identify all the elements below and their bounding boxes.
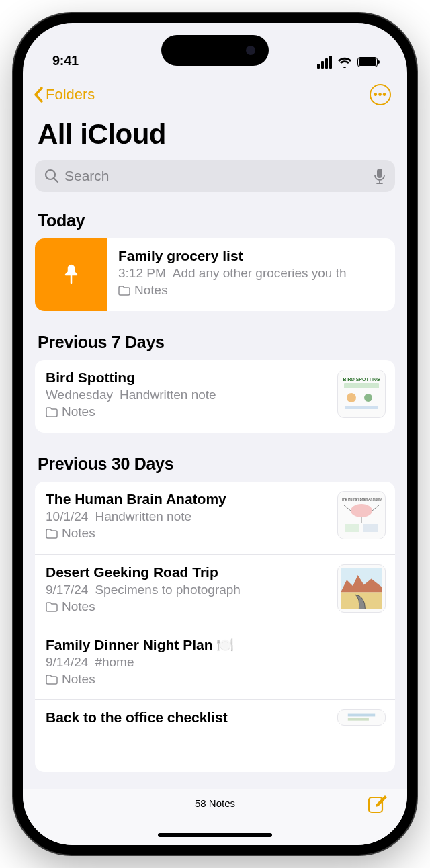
- status-indicators: [317, 56, 378, 69]
- search-input[interactable]: Search: [35, 160, 395, 192]
- note-thumbnail: The Human Brain Anatomy: [337, 491, 386, 539]
- svg-rect-6: [345, 406, 378, 409]
- svg-rect-17: [369, 797, 382, 812]
- note-folder: Notes: [46, 404, 329, 419]
- note-row-pinned[interactable]: Family grocery list 3:12 PM Add any othe…: [35, 238, 395, 311]
- status-time: 9:41: [52, 53, 79, 69]
- svg-point-4: [347, 393, 356, 402]
- svg-rect-11: [345, 524, 359, 532]
- svg-line-1: [54, 179, 58, 183]
- note-title: The Human Brain Anatomy: [46, 491, 329, 507]
- section-header-prev7: Previous 7 Days: [38, 333, 395, 352]
- note-row[interactable]: Bird Spotting Wednesday Handwritten note…: [35, 360, 395, 433]
- note-thumbnail: [337, 564, 386, 613]
- note-meta: 9/14/24 #home: [46, 655, 386, 670]
- note-folder: Notes: [46, 526, 329, 541]
- pin-icon: [59, 263, 83, 287]
- note-title: Back to the office checklist: [46, 709, 329, 726]
- notes-count: 58 Notes: [195, 797, 235, 809]
- compose-button[interactable]: [367, 793, 388, 818]
- folder-icon: [46, 407, 58, 417]
- note-row[interactable]: Back to the office checklist: [35, 699, 395, 772]
- svg-rect-12: [363, 524, 378, 532]
- note-title: Desert Geeking Road Trip: [46, 564, 329, 580]
- svg-line-8: [344, 505, 351, 511]
- page-title: All iCloud: [38, 118, 395, 150]
- home-indicator[interactable]: [158, 833, 272, 837]
- note-thumbnail: BIRD SPOTTING: [337, 370, 386, 418]
- nav-bar: Folders •••: [23, 74, 407, 112]
- screen: 9:41 Folders ••• All iCloud: [23, 23, 407, 845]
- note-thumbnail: [337, 709, 386, 726]
- folder-icon: [46, 529, 58, 539]
- wifi-icon: [337, 57, 352, 68]
- svg-rect-3: [344, 383, 379, 388]
- search-placeholder: Search: [64, 168, 110, 184]
- note-meta: 9/17/24 Specimens to photograph: [46, 582, 329, 597]
- prev7-list: Bird Spotting Wednesday Handwritten note…: [35, 360, 395, 433]
- note-title: Family grocery list: [118, 248, 386, 264]
- note-folder: Notes: [46, 672, 386, 687]
- search-icon: [44, 169, 59, 183]
- section-header-today: Today: [38, 211, 395, 230]
- bottom-toolbar: 58 Notes: [23, 789, 407, 845]
- svg-rect-15: [348, 714, 375, 717]
- phone-frame: 9:41 Folders ••• All iCloud: [13, 13, 417, 855]
- svg-rect-16: [348, 718, 369, 721]
- section-header-prev30: Previous 30 Days: [38, 454, 395, 474]
- note-meta: 3:12 PM Add any other groceries you th: [118, 266, 386, 281]
- note-title: Family Dinner Night Plan 🍽️: [46, 637, 386, 653]
- folder-icon: [46, 675, 58, 685]
- folder-icon: [118, 286, 130, 296]
- note-row[interactable]: Family Dinner Night Plan 🍽️ 9/14/24 #hom…: [35, 627, 395, 699]
- note-folder: Notes: [46, 599, 329, 614]
- back-label: Folders: [46, 86, 95, 103]
- chevron-left-icon: [32, 86, 44, 103]
- svg-point-5: [364, 394, 372, 402]
- svg-rect-2: [377, 169, 382, 178]
- note-title: Bird Spotting: [46, 370, 329, 386]
- content-scroll[interactable]: All iCloud Search Today Family grocery l…: [23, 112, 407, 789]
- note-row[interactable]: Desert Geeking Road Trip 9/17/24 Specime…: [35, 554, 395, 627]
- svg-line-9: [372, 505, 379, 511]
- note-meta: 10/1/24 Handwritten note: [46, 509, 329, 524]
- prev30-list: The Human Brain Anatomy 10/1/24 Handwrit…: [35, 482, 395, 772]
- note-row[interactable]: The Human Brain Anatomy 10/1/24 Handwrit…: [35, 482, 395, 554]
- pinned-indicator: [35, 238, 108, 311]
- battery-icon: [357, 57, 378, 67]
- more-button[interactable]: •••: [370, 84, 391, 105]
- mic-icon[interactable]: [374, 168, 386, 184]
- svg-point-7: [351, 504, 372, 517]
- note-meta: Wednesday Handwritten note: [46, 388, 329, 402]
- back-button[interactable]: Folders: [32, 86, 95, 103]
- compose-icon: [367, 793, 388, 815]
- today-list: Family grocery list 3:12 PM Add any othe…: [35, 238, 395, 311]
- dynamic-island: [161, 35, 269, 66]
- note-folder: Notes: [118, 283, 386, 298]
- cellular-icon: [317, 56, 332, 69]
- folder-icon: [46, 602, 58, 612]
